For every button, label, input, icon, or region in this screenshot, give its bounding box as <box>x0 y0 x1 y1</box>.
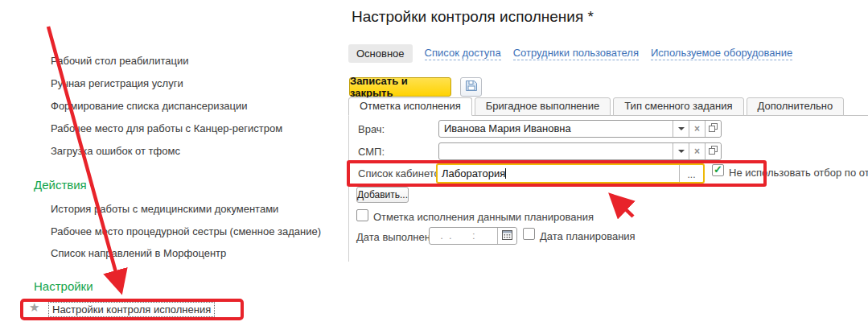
sidebar-item-rehab-desktop[interactable]: Рабочий стол реабилитации <box>51 55 188 67</box>
sidebar-item-dispensary-list[interactable]: Формирование списка диспансеризации <box>51 100 248 112</box>
tab-strip: Отметка исполнения Бригадное выполнение … <box>348 97 846 116</box>
doctor-dropdown-button[interactable] <box>673 121 689 137</box>
cabinets-field: Лаборатория ... <box>436 163 705 184</box>
text-cursor <box>505 168 506 179</box>
tab-execution-mark[interactable]: Отметка исполнения <box>348 97 472 116</box>
smp-open-button[interactable] <box>705 143 721 159</box>
doctor-field: Иванова Мария Ивановна × <box>438 120 722 138</box>
smp-dropdown-button[interactable] <box>673 143 689 159</box>
no-department-filter-checkbox[interactable]: ✓ <box>712 164 724 176</box>
sidebar-item-morphocenter-referrals[interactable]: Список направлений в Морфоцентр <box>51 247 226 259</box>
sidebar-item-med-docs-history[interactable]: История работы с медицинскими документам… <box>51 203 278 215</box>
open-form-icon <box>709 146 718 157</box>
clear-x-icon: × <box>694 146 700 156</box>
chevron-down-icon <box>678 127 685 130</box>
tab-brigade-execution[interactable]: Бригадное выполнение <box>475 97 611 116</box>
calendar-icon <box>502 229 512 243</box>
clear-x-icon: × <box>694 124 700 134</box>
page-title: Настройки контроля исполнения * <box>352 8 594 26</box>
smp-clear-button[interactable]: × <box>689 143 705 159</box>
sidebar-item-manual-service-registration[interactable]: Ручная регистрация услуги <box>51 77 183 89</box>
save-button[interactable] <box>460 77 482 97</box>
sidebar-item-nurse-workplace[interactable]: Рабочее место процедурной сестры (сменно… <box>51 225 321 237</box>
tab-shift-task-type[interactable]: Тип сменного задания <box>613 97 743 116</box>
nav-link-user-employees[interactable]: Сотрудники пользователя <box>513 47 639 60</box>
doctor-input[interactable]: Иванова Мария Ивановна <box>439 121 673 137</box>
doctor-open-button[interactable] <box>705 121 721 137</box>
app-window: { "colors": { "annotation_red": "#e8232a… <box>0 0 868 326</box>
exec-date-input[interactable]: . . : <box>430 228 497 244</box>
cabinets-choose-button[interactable]: ... <box>679 165 703 182</box>
open-form-icon <box>709 123 718 134</box>
plan-date-checkbox[interactable] <box>523 228 535 240</box>
planning-data-label[interactable]: Отметка исполнения данными планирования <box>373 211 594 223</box>
exec-date-field: . . : <box>429 227 517 245</box>
doctor-label: Врач: <box>358 123 385 135</box>
smp-field: × <box>438 142 722 160</box>
nav-link-access-list[interactable]: Список доступа <box>425 47 501 60</box>
smp-input[interactable] <box>439 143 673 159</box>
panel-left-border <box>348 116 349 262</box>
sidebar-section-settings: Настройки <box>34 279 93 293</box>
no-department-filter-label[interactable]: Не использовать отбор по отдел <box>729 167 868 179</box>
sidebar-item-cancer-registry-workplace[interactable]: Рабочее место для работы с Канцер-регист… <box>51 122 282 134</box>
add-button[interactable]: Добавить... <box>356 187 409 203</box>
plan-date-label[interactable]: Дата планирования <box>540 230 636 242</box>
doctor-clear-button[interactable]: × <box>689 121 705 137</box>
cabinets-input[interactable]: Лаборатория <box>438 165 679 182</box>
sidebar-item-tfoms-errors[interactable]: Загрузка ошибок от тфомс <box>51 145 180 157</box>
floppy-disk-icon <box>465 80 478 95</box>
nav-link-used-equipment[interactable]: Используемое оборудование <box>651 47 792 60</box>
sidebar-section-actions: Действия <box>34 178 87 192</box>
chevron-down-icon <box>678 150 685 153</box>
sidebar-item-execution-control-settings[interactable]: Настройки контроля исполнения <box>48 302 215 317</box>
planning-data-checkbox[interactable] <box>356 209 368 221</box>
favorite-star-icon[interactable]: ★ <box>29 301 39 314</box>
tab-additional[interactable]: Дополнительно <box>747 97 845 116</box>
smp-label: СМП: <box>358 146 385 158</box>
checkmark-icon: ✓ <box>714 164 722 175</box>
calendar-button[interactable] <box>497 228 516 244</box>
small-arrow-icon <box>612 196 633 217</box>
save-and-close-button[interactable]: Записать и закрыть <box>349 77 451 97</box>
cabinets-label: Список кабинетов: <box>358 167 448 180</box>
form-navigation: Основное Список доступа Сотрудники польз… <box>348 43 792 64</box>
nav-tab-main[interactable]: Основное <box>348 44 413 63</box>
